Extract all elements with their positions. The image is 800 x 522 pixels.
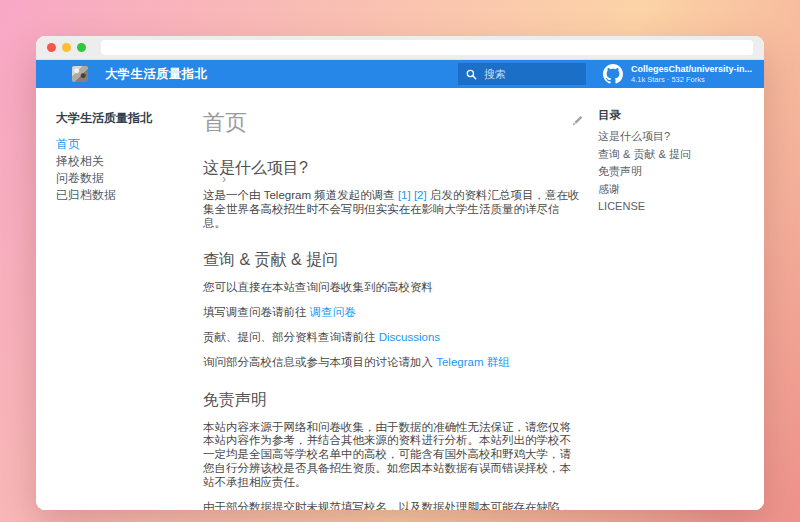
text-segment: 询问部分高校信息或参与本项目的讨论请加入 [203, 356, 436, 368]
paragraph: 这是一个由 Telegram 频道发起的调查 [1] [2] 启发的资料汇总项目… [203, 189, 580, 230]
search-placeholder: 搜索 [484, 67, 506, 82]
toc-item-what-is-this[interactable]: 这是什么项目? [598, 131, 738, 142]
inline-link[interactable]: [1] [398, 189, 411, 201]
paragraph: 贡献、提问、部分资料查询请前往 Discussions [203, 331, 580, 345]
page-body: 大学生活质量指北 首页 择校相关 › 问卷数据 › 已归档数据 › 首页 这是什… [36, 88, 764, 510]
search-box[interactable]: 搜索 [458, 63, 586, 85]
minimize-window-button[interactable] [62, 43, 71, 52]
paragraph: 您可以直接在本站查询问卷收集到的高校资料 [203, 281, 580, 295]
section-heading-what-is-this: 这是什么项目? [203, 158, 580, 179]
github-repo-widget[interactable]: CollegesChat/university-in... 4.1k Stars… [586, 64, 764, 84]
github-icon [603, 64, 623, 84]
sidebar-item-label: 择校相关 [56, 153, 104, 170]
text-segment: 本站内容来源于网络和问卷收集，由于数据的准确性无法保证，请您仅将本站内容作为参考… [203, 421, 571, 488]
section-heading-query-contribute-ask: 查询 & 贡献 & 提问 [203, 250, 580, 271]
text-segment: 填写调查问卷请前往 [203, 306, 310, 318]
paragraph: 本站内容来源于网络和问卷收集，由于数据的准确性无法保证，请您仅将本站内容作为参考… [203, 421, 580, 490]
section-heading-disclaimer: 免责声明 [203, 390, 580, 411]
toc-item-license[interactable]: LICENSE [598, 201, 738, 212]
inline-link[interactable]: Discussions [379, 331, 440, 343]
toc-item-disclaimer[interactable]: 免责声明 [598, 166, 738, 177]
paragraph: 填写调查问卷请前往 调查问卷 [203, 306, 580, 320]
toc-item-thanks[interactable]: 感谢 [598, 184, 738, 195]
toc-title: 目录 [598, 108, 738, 123]
site-header: 大学生活质量指北 搜索 CollegesChat/university-in..… [36, 60, 764, 88]
text-segment: 这是一个由 Telegram 频道发起的调查 [203, 189, 398, 201]
zoom-window-button[interactable] [77, 43, 86, 52]
edit-page-button[interactable] [570, 114, 584, 128]
table-of-contents: 目录 这是什么项目? 查询 & 贡献 & 提问 免责声明 感谢 LICENSE [598, 108, 738, 219]
site-title-link[interactable]: 大学生活质量指北 [105, 66, 458, 83]
inline-link[interactable]: Telegram 群组 [436, 356, 510, 368]
browser-toolbar [36, 36, 764, 60]
page-title: 首页 [203, 108, 580, 138]
main-content: 首页 这是什么项目? 这是一个由 Telegram 频道发起的调查 [1] [2… [203, 88, 580, 510]
inline-link[interactable]: [2] [414, 189, 427, 201]
paragraph: 询问部分高校信息或参与本项目的讨论请加入 Telegram 群组 [203, 356, 580, 370]
sidebar-item-label: 问卷数据 [56, 170, 104, 187]
search-icon [466, 69, 477, 80]
site-logo[interactable] [72, 66, 88, 82]
text-segment: 您可以直接在本站查询问卷收集到的高校资料 [203, 281, 433, 293]
close-window-button[interactable] [47, 43, 56, 52]
edit-pencil-icon [570, 114, 584, 128]
text-segment: 由于部分数据提交时未规范填写校名，以及数据处理脚本可能存在缺陷，部分国内高校可能… [203, 501, 571, 510]
toc-item-query-contribute-ask[interactable]: 查询 & 贡献 & 提问 [598, 149, 738, 160]
github-repo-texts: CollegesChat/university-in... 4.1k Stars… [631, 64, 752, 84]
text-segment: 贡献、提问、部分资料查询请前往 [203, 331, 379, 343]
address-bar[interactable] [101, 40, 753, 55]
github-repo-name: CollegesChat/university-in... [631, 64, 752, 75]
sidebar-item-label: 首页 [56, 136, 80, 153]
github-repo-stats: 4.1k Stars · 532 Forks [631, 75, 752, 84]
browser-window: 大学生活质量指北 搜索 CollegesChat/university-in..… [36, 36, 764, 510]
inline-link[interactable]: 调查问卷 [310, 306, 356, 318]
sidebar-item-label: 已归档数据 [56, 187, 116, 204]
paragraph: 由于部分数据提交时未规范填写校名，以及数据处理脚本可能存在缺陷，部分国内高校可能… [203, 501, 580, 510]
